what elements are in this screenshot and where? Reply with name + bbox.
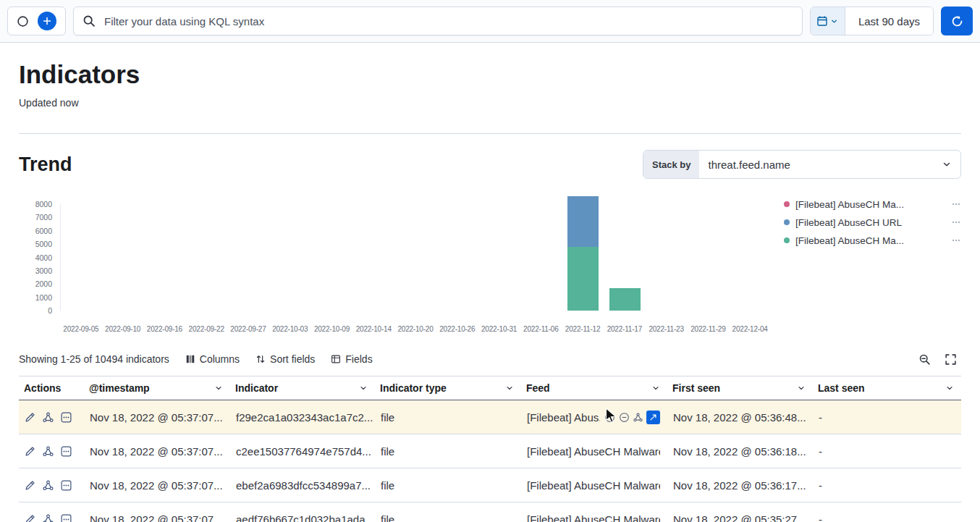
- columns-icon: [185, 354, 195, 364]
- section-divider: [19, 133, 961, 134]
- edit-indicator-icon[interactable]: [25, 514, 35, 522]
- legend-item-menu-icon[interactable]: [951, 199, 961, 209]
- x-axis-label: 2022-10-09: [311, 325, 353, 333]
- more-actions-icon[interactable]: [61, 412, 72, 423]
- chevron-down-icon[interactable]: [797, 384, 806, 392]
- table-body: Nov 18, 2022 @ 05:37:07...f29e2ca1a03234…: [19, 400, 961, 522]
- indicator-cell[interactable]: c2ee15037764974e757d4...: [230, 445, 375, 458]
- column-header-indicator-type[interactable]: Indicator type: [375, 376, 521, 400]
- inspect-button[interactable]: [913, 348, 935, 370]
- first-seen-cell[interactable]: Nov 18, 2022 @ 05:35:27...: [667, 513, 813, 522]
- x-axis-label: 2022-10-31: [478, 325, 520, 333]
- filter-out-icon[interactable]: [619, 412, 630, 423]
- indicator-cell[interactable]: aedf76b667c1d032ba1ada...: [230, 513, 375, 522]
- y-axis-label: 0: [48, 306, 52, 315]
- table-row[interactable]: Nov 18, 2022 @ 05:37:07...f29e2ca1a03234…: [19, 400, 961, 434]
- legend-label: [Filebeat] AbuseCH Ma...: [795, 199, 951, 210]
- last-seen-cell[interactable]: -: [813, 411, 961, 424]
- x-axis-label: 2022-09-22: [185, 325, 227, 333]
- stack-by-select[interactable]: Stack by threat.feed.name: [643, 150, 961, 179]
- last-seen-cell[interactable]: -: [813, 479, 961, 492]
- chevron-down-icon[interactable]: [359, 384, 368, 392]
- feed-cell[interactable]: [Filebeat] Abus...: [521, 411, 667, 424]
- timestamp-cell[interactable]: Nov 18, 2022 @ 05:37:07...: [84, 445, 230, 458]
- trend-bar-chart: 010002000300040005000600070008000 2022-0…: [19, 196, 772, 338]
- add-to-timeline-icon[interactable]: [633, 413, 643, 422]
- edit-indicator-icon[interactable]: [25, 446, 35, 457]
- investigate-in-timeline-icon[interactable]: [43, 412, 54, 423]
- trend-title: Trend: [19, 153, 72, 177]
- last-seen-cell[interactable]: -: [813, 445, 961, 458]
- indicator-type-cell[interactable]: file: [375, 445, 521, 458]
- timestamp-cell[interactable]: Nov 18, 2022 @ 05:37:07...: [84, 411, 230, 424]
- last-seen-cell[interactable]: -: [813, 513, 961, 522]
- sort-fields-button[interactable]: Sort fields: [250, 350, 321, 368]
- calendar-icon: [816, 15, 828, 27]
- investigate-in-timeline-icon[interactable]: [43, 446, 54, 457]
- indicator-type-cell[interactable]: file: [375, 513, 521, 522]
- x-axis-label: 2022-10-14: [352, 325, 394, 333]
- filter-for-icon[interactable]: [604, 412, 615, 423]
- chevron-down-icon[interactable]: [651, 384, 660, 392]
- feed-cell[interactable]: [Filebeat] AbuseCH Malware: [521, 479, 667, 492]
- legend-item-menu-icon[interactable]: [951, 235, 961, 245]
- more-actions-icon[interactable]: [61, 480, 72, 491]
- column-header-timestamp[interactable]: @timestamp: [84, 376, 230, 400]
- bar-segment[interactable]: [567, 247, 599, 311]
- fields-button[interactable]: Fields: [325, 350, 378, 368]
- first-seen-cell[interactable]: Nov 18, 2022 @ 05:36:18...: [667, 445, 813, 458]
- datagrid-toolbar: Showing 1-25 of 10494 indicators Columns…: [19, 348, 961, 370]
- legend-item[interactable]: [Filebeat] AbuseCH Ma...: [784, 234, 961, 247]
- more-actions-icon[interactable]: [61, 446, 72, 457]
- date-range-button[interactable]: Last 90 days: [845, 7, 933, 35]
- edit-indicator-icon[interactable]: [25, 480, 35, 491]
- edit-indicator-icon[interactable]: [25, 412, 35, 423]
- timestamp-cell[interactable]: Nov 18, 2022 @ 05:37:07...: [84, 479, 230, 492]
- column-header-label: Last seen: [818, 382, 865, 394]
- column-header-feed[interactable]: Feed: [521, 376, 667, 400]
- timestamp-cell[interactable]: Nov 18, 2022 @ 05:37:07...: [84, 513, 230, 522]
- columns-button[interactable]: Columns: [179, 350, 245, 368]
- indicator-type-cell[interactable]: file: [375, 479, 521, 492]
- add-filter-button[interactable]: [38, 12, 56, 30]
- column-header-label: Feed: [526, 382, 550, 394]
- indicator-cell[interactable]: f29e2ca1a032343ac1a7c2...: [230, 411, 375, 424]
- legend-item[interactable]: [Filebeat] AbuseCH URL: [784, 216, 961, 229]
- kql-search-input[interactable]: [103, 14, 793, 28]
- bar-segment[interactable]: [567, 196, 599, 247]
- y-axis: 010002000300040005000600070008000: [19, 204, 56, 311]
- investigate-in-timeline-icon[interactable]: [43, 514, 54, 522]
- y-axis-label: 6000: [35, 227, 52, 235]
- date-quick-select-button[interactable]: [811, 7, 845, 35]
- chevron-down-icon[interactable]: [505, 384, 514, 392]
- legend-dot-icon: [784, 201, 790, 207]
- x-axis-label: 2022-11-17: [604, 325, 646, 333]
- expand-cell-icon[interactable]: [646, 411, 660, 424]
- column-header-indicator[interactable]: Indicator: [230, 376, 375, 400]
- indicator-type-cell[interactable]: file: [375, 411, 521, 424]
- legend-item-menu-icon[interactable]: [951, 217, 961, 227]
- feed-cell[interactable]: [Filebeat] AbuseCH Malware: [521, 513, 667, 522]
- stack-by-label: Stack by: [643, 151, 699, 178]
- legend-item[interactable]: [Filebeat] AbuseCH Ma...: [784, 198, 961, 211]
- kql-query-bar: Last 90 days: [0, 0, 980, 43]
- column-header-last-seen[interactable]: Last seen: [813, 376, 961, 400]
- chevron-down-icon[interactable]: [214, 384, 223, 392]
- first-seen-cell[interactable]: Nov 18, 2022 @ 05:36:48...: [667, 411, 813, 424]
- first-seen-cell[interactable]: Nov 18, 2022 @ 05:36:17...: [667, 479, 813, 492]
- table-row[interactable]: Nov 18, 2022 @ 05:37:07...ebef2a6983dfcc…: [19, 468, 961, 502]
- investigate-in-timeline-icon[interactable]: [43, 480, 54, 491]
- table-row[interactable]: Nov 18, 2022 @ 05:37:07...c2ee1503776497…: [19, 434, 961, 468]
- saved-queries-button[interactable]: [17, 15, 29, 28]
- indicator-cell[interactable]: ebef2a6983dfcc534899a7...: [230, 479, 375, 492]
- bar-segment[interactable]: [609, 288, 641, 311]
- column-header-first-seen[interactable]: First seen: [667, 376, 813, 400]
- fullscreen-button[interactable]: [939, 348, 961, 370]
- refresh-button[interactable]: [941, 7, 973, 35]
- row-actions-cell: [19, 446, 84, 457]
- more-actions-icon[interactable]: [61, 514, 72, 522]
- table-row[interactable]: Nov 18, 2022 @ 05:37:07...aedf76b667c1d0…: [19, 502, 961, 522]
- feed-cell[interactable]: [Filebeat] AbuseCH Malware: [521, 445, 667, 458]
- chevron-down-icon[interactable]: [945, 384, 954, 392]
- y-axis-label: 4000: [35, 253, 52, 262]
